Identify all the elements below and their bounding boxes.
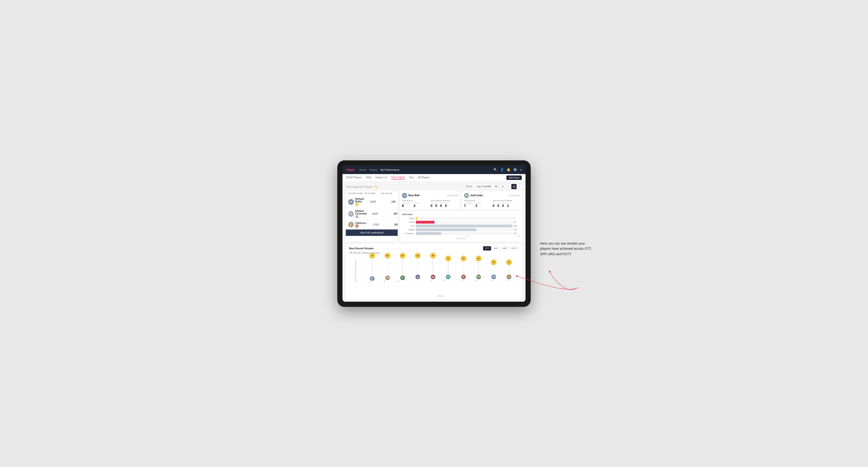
streak-line: 4x (448, 259, 448, 274)
player-cell: RB Richard Butler 1 (348, 198, 365, 206)
search-icon[interactable]: 🔍 (493, 168, 497, 172)
settings-icon[interactable]: ⚙️ (513, 168, 517, 172)
leaderboard-panel: PLAYER NAME PB SCORE PB AVG SQ RB Richar… (346, 191, 398, 242)
app-val: 0 (435, 204, 439, 208)
avatar: RB (402, 193, 407, 198)
streak-player-name: E. Crossman (443, 280, 453, 286)
pb-avg: 110 (381, 200, 395, 203)
subnav-team-clippd[interactable]: Team Clippd (391, 176, 405, 180)
pb-score: 19/20 (365, 200, 381, 203)
nav-link-teams[interactable]: Teams (370, 168, 377, 171)
streaks-section: Best Round Streaks OTT APP ARG PUTT Off … (346, 244, 522, 299)
practice-val: 4 (413, 204, 420, 208)
streak-player-avatar: RB (431, 275, 435, 279)
streak-line: 6x (387, 256, 388, 275)
tab-putt[interactable]: PUTT (510, 246, 519, 250)
view-full-leaderboard-button[interactable]: View Full Leaderboard (346, 229, 398, 236)
streak-player-name: J. Coles (415, 280, 421, 286)
streak-player-col: 6xDBD. Billingham (395, 256, 410, 286)
chart-bars: Eagles 3 Birdies (402, 217, 520, 235)
streak-line: 5x (433, 256, 433, 274)
bar-label: Eagles (402, 217, 415, 219)
chart-row-dbogeys: D. Bogeys + 131 (402, 232, 520, 235)
table-row: C Cameron... 3 17/20 103 (346, 220, 398, 229)
arg-val: 0 (502, 204, 506, 208)
x-label: 400 (518, 236, 520, 237)
player-name: Rees Britt (408, 194, 420, 197)
user-icon[interactable]: 👤 (500, 168, 504, 172)
show-label: Show (466, 185, 472, 188)
main-content: Team Clippd | 14 Players ✏️ Show Last 3 … (342, 182, 526, 302)
card-date: 02 Sep 2023 (447, 194, 458, 197)
avatar-icon[interactable]: ● (520, 168, 522, 172)
bar-fill (416, 221, 434, 224)
card-date: 26 Aug 2023 (509, 194, 520, 197)
x-label: 0 (416, 236, 417, 237)
player-name: Josh Coles (470, 194, 483, 197)
streak-player-col: 5xJCJ. Coles (410, 256, 425, 286)
pb-score: 18/20 (367, 213, 383, 215)
grid-view-button[interactable]: ⊞ (500, 184, 505, 189)
table-view-button[interactable]: ↕ (517, 184, 522, 189)
scoring-chart-panel: Total Shots Eagles 3 (400, 211, 522, 242)
tab-ott[interactable]: OTT (483, 246, 491, 250)
team-title: Team Clippd | 14 Players ✏️ (346, 185, 378, 188)
streak-line: 4x (478, 259, 479, 274)
streak-line: 7x (372, 256, 372, 275)
streak-player-avatar: DF (461, 275, 466, 279)
streak-bubble: 6x (400, 253, 405, 258)
x-axis-title: Players (362, 295, 519, 297)
streak-player-col: 7xEEE. Ebert (365, 256, 380, 286)
streak-player-avatar: RB (491, 275, 496, 279)
bar-label: D. Bogeys + (402, 232, 415, 235)
streak-bubble: 4x (476, 256, 482, 261)
streak-player-avatar: EC (446, 275, 451, 279)
tab-app[interactable]: APP (492, 246, 500, 250)
streak-player-col: 3xCQC. Quick (501, 256, 517, 286)
pb-avg: 107 (383, 213, 398, 215)
annotation-text: Here you can see streaks your players ha… (540, 242, 592, 256)
add-team-button[interactable]: Add Team (506, 176, 522, 180)
nav-link-my-performance[interactable]: My Performance (380, 168, 400, 171)
card-view-button[interactable]: ▤ (512, 184, 517, 189)
practice-val: 2 (475, 204, 482, 208)
subnav-all-players[interactable]: All Players (418, 176, 430, 179)
total-practice-label: Total Practice Activities (431, 199, 459, 201)
player-name: Cameron... (355, 222, 368, 224)
player-card-josh: JC Josh Coles 26 Aug 2023 Total Rounds T… (462, 191, 522, 210)
tournament-val: 8 (402, 204, 411, 208)
chart-row-bogeys: Bogeys 311 (402, 228, 520, 231)
nav-links: Home Teams My Performance (359, 168, 489, 171)
bar-value: 131 (514, 232, 520, 235)
date-range-select[interactable]: Last 3 months Last 6 months Last 12 mont… (474, 184, 498, 189)
streak-bubble: 5x (415, 253, 421, 258)
bell-icon[interactable]: 🔔 (507, 168, 510, 172)
streak-player-name: E. Ebert (369, 281, 375, 286)
show-controls: Show Last 3 months Last 6 months Last 12… (466, 184, 522, 189)
chart-plot-area: 7xEEE. Ebert6xBMB. McHerg6xDBD. Billingh… (362, 256, 519, 286)
player-card-rees: RB Rees Britt 02 Sep 2023 Total Rounds T… (400, 191, 460, 210)
bar-fill (416, 232, 441, 235)
streak-bubble: 6x (385, 253, 390, 258)
bar-wrap (416, 224, 513, 227)
subnav-pga[interactable]: PGA (366, 176, 371, 179)
tab-arg[interactable]: ARG (500, 246, 509, 250)
y-axis-label: Best Streak, Fairway Accuracy (355, 260, 356, 282)
subnav-pgat[interactable]: PGAT Players (346, 176, 362, 179)
list-view-button[interactable]: ≡ (506, 184, 511, 189)
nav-link-home[interactable]: Home (359, 168, 366, 171)
streak-player-name: D. Ford (460, 280, 466, 286)
view-toggle: ⊞ ≡ ▤ ↕ (500, 184, 522, 189)
x-label: 200 (466, 236, 469, 237)
pb-avg: 103 (384, 223, 398, 226)
putt-val: 0 (445, 204, 450, 208)
subnav-tour[interactable]: Tour (409, 176, 414, 179)
ott-val: 0 (493, 204, 496, 208)
bar-label: Birdies (402, 221, 415, 223)
edit-icon[interactable]: ✏️ (375, 186, 378, 188)
subnav-hcaps[interactable]: Hcaps 1-5 (375, 176, 387, 179)
chart-row-birdies: Birdies 96 (402, 221, 520, 224)
bar-wrap (416, 232, 513, 235)
streak-player-name: M. Miller (475, 280, 482, 286)
bar-fill (416, 217, 417, 220)
